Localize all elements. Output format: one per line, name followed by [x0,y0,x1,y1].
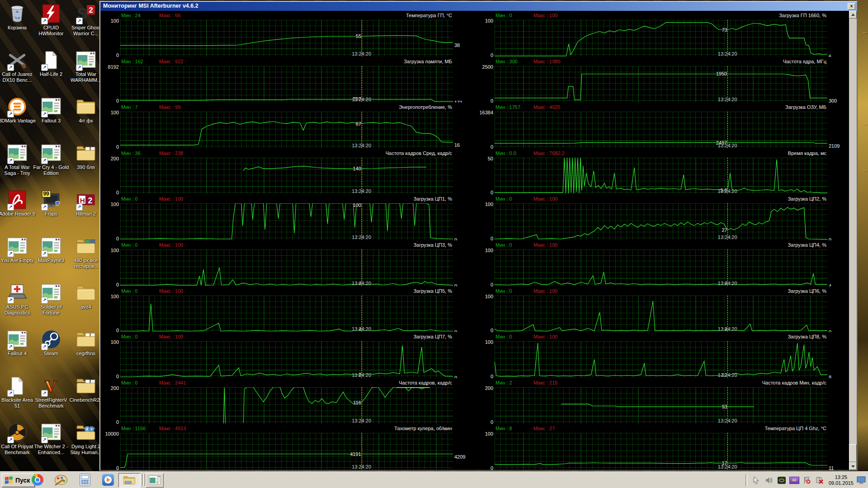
cursor-tray-icon[interactable] [751,475,761,485]
desktop-icon-fallout-3[interactable]: ↗Fallout 3 [32,97,70,124]
scroll-up-button[interactable] [849,11,857,19]
graph-min-label: Мин : 300 [495,59,518,64]
cursor-value-label: 73 [722,27,727,33]
appwin-icon: ↗ [7,143,27,163]
desktop-icon-fraps[interactable]: 99↗Fraps [32,190,70,217]
cursor-time-label: 13:24:20 [352,418,371,423]
desktop-icon-asus-pc-diagnostics[interactable]: ↗ASUS PC Diagnostics [0,283,36,316]
nvidia-tray-icon[interactable] [777,475,787,485]
graph-scale-top: 100 [485,294,493,299]
explorer-taskbar-button[interactable] [118,473,140,488]
desktop-icon-blacksite-area-51[interactable]: ↗Blacksite Area 51 [0,376,36,409]
graph-min-label: Мин : 0 [121,380,138,385]
shortcut-arrow-icon: ↗ [41,297,48,304]
desktop-icon-label: Adobe Reader 9 [0,211,36,217]
graph-max-label: Макс : 100 [159,334,183,339]
appwin-icon: ↗ [76,50,96,70]
cursor-time-label: 13:24:20 [352,464,371,469]
graph-scale-top: 50 [488,156,493,161]
current-value-label: 4209 [454,454,465,460]
graph-scale-top: 200 [111,156,119,161]
chrome-icon[interactable] [31,474,44,486]
paint-icon[interactable] [54,474,68,486]
graph-scale-top: 100 [111,248,119,253]
desktop-icon-you-are-empty[interactable]: ↗You Are Empty [0,236,36,263]
volume-tray-icon[interactable] [764,475,774,485]
graph-max-label: Макс : 100 [159,242,183,248]
tray-clock[interactable]: 13:25 09.01.2015 [829,474,854,486]
shortcut-arrow-icon: ↗ [7,204,14,211]
desktop-icon-half-life-2[interactable]: ↗Half-Life 2 [32,50,70,77]
doc-icon: ↗ [41,50,61,70]
graph-title: Частота кадров Мин, кадр/с [762,380,826,385]
folder-docs-icon [76,376,96,396]
desktop-icon-streetfighterv-benchmark[interactable]: V↗StreetFighterV Benchmark [32,376,70,409]
calculator-icon[interactable] [78,474,92,486]
graph-scale-bottom: 0 [491,419,493,424]
graph-scale-bottom: 0 [116,328,119,332]
desktop-icon-label: Blacksite Area 51 [0,397,36,409]
3dmark-icon: ↗ [7,97,27,117]
desktop-icon-adobe-reader-9[interactable]: ↗Adobe Reader 9 [0,190,36,217]
clock-time: 13:25 [829,474,854,480]
desktop-icon-корзина[interactable]: Корзина [0,4,36,31]
graph-min-label: Мин : 0 [121,196,138,202]
cursor-value-label: 93 [722,404,727,409]
current-value-label: 0 [454,375,457,378]
graph-title: Загрузка ЦП1, % [413,196,452,202]
desktop-icon-a-total-war-saga-troy[interactable]: ↗A Total War Saga - Troy [0,143,36,176]
appwin-icon: ↗ [41,143,61,163]
clipped-icon-label-fragment: ... [863,28,867,34]
graph-fan-tach: Мин : 1156Макс : 4513Тахометр кулера, об… [100,424,475,470]
desktop-icon-the-witcher-2-enhanced[interactable]: ↗The Witcher 2 - Enhanced... [32,422,70,455]
desktop-icon-label: The Witcher 2 - Enhanced... [32,444,70,455]
desktop-icon-far-cry-4-gold-edition[interactable]: ↗Far Cry 4 - Gold Edition [32,143,70,176]
shortcut-arrow-icon: ↗ [41,204,48,211]
desktop-icon-steam[interactable]: ↗Steam [32,329,70,357]
shortcut-arrow-icon: ↗ [7,343,14,350]
system-tray: 60 13:25 09.01.2015 [745,472,868,488]
shortcut-arrow-icon: ↗ [41,436,48,443]
graph-scale-bottom: 0 [116,419,119,424]
radiation-icon: ↗ [7,422,27,442]
sfv-icon: V↗ [41,376,61,396]
show-desktop-button[interactable] [856,475,866,485]
close-button[interactable]: x [848,3,855,10]
graph-min-label: Мин : 7 [121,104,138,110]
desktop-icon-3dmark-vantage[interactable]: ↗3DMark Vantage [0,97,36,124]
graph-scale-bottom: 0 [491,52,493,57]
graph-plot: 2713:24:20 [495,203,827,240]
rtss-tray-icon[interactable]: 60 [789,475,799,485]
window-titlebar[interactable]: Мониторинг MSI Afterburner v4.6.2 x [100,2,857,11]
desktop-icon-call-of-juarez-dx10-benc[interactable]: ↗Call of Juarez DX10 Benc... [0,50,36,83]
desktop-icon-maxpayne3[interactable]: ↗MaxPayne3 [32,236,70,263]
graph-title: Загрузка ОЗУ, МБ [785,104,826,110]
graph-max-label: Макс : 100 [159,196,183,202]
graph-max-label: Макс : 100 [533,334,557,339]
appwin-icon: ↗ [7,236,27,256]
graph-scale-top: 100 [111,18,119,23]
flag-error-tray-icon[interactable] [802,475,812,485]
graph-title: Загрузка памяти, МБ [404,59,452,64]
update-error-tray-icon[interactable] [815,475,825,485]
media-player-icon[interactable] [101,474,115,486]
desktop-icon-call-of-pripyat-benchmark[interactable]: ↗Call Of Pripyat Benchmark [0,422,36,455]
graph-min-label: Мин : 2 [495,380,512,385]
current-value-label: 0 [829,237,831,240]
desktop-icon-soldier-of-fortune[interactable]: ↗Soldier of Fortune [32,283,70,316]
desktop-icon-fallout-4[interactable]: ↗Fallout 4 [0,329,36,357]
vertical-scrollbar[interactable] [849,11,857,470]
scrollbar-thumb[interactable] [849,444,857,462]
cursor-value-label: 1950 [716,71,727,76]
svg-text:H: H [80,197,85,204]
desktop-icon-cpuid-hwmonitor[interactable]: ↗CPUID HWMonitor [32,4,70,37]
graph-scale-top: 8192 [108,64,119,70]
desktop-icon-label: CPUID HWMonitor [32,25,70,37]
graph-scale-top: 100 [111,339,119,345]
shortcut-arrow-icon: ↗ [41,18,48,24]
shortcut-arrow-icon: ↗ [76,64,83,71]
graph-title: Загрузка ЦП2, % [788,196,826,202]
scroll-down-button[interactable] [849,462,857,470]
monitor-window-taskbar-button[interactable] [146,473,164,488]
start-button[interactable]: Пуск [2,474,35,487]
